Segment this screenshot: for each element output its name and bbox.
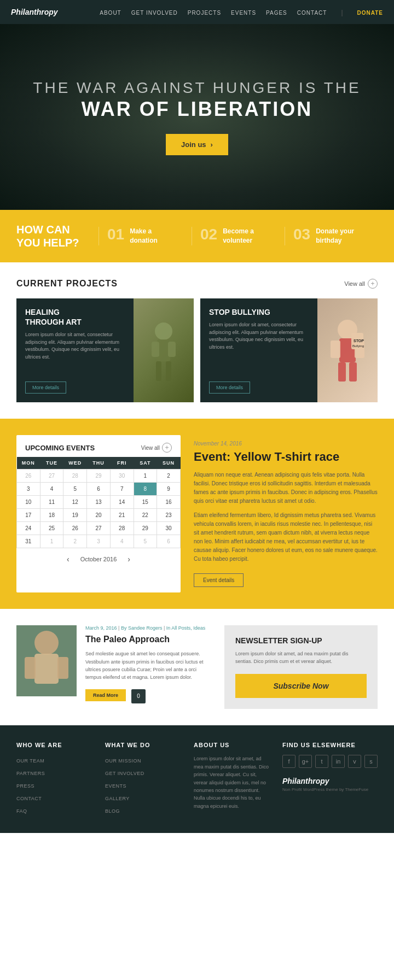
nav-about[interactable]: About xyxy=(100,10,121,16)
nav-donate[interactable]: Donate xyxy=(357,10,383,16)
footer-link-our-team[interactable]: OUR TEAM xyxy=(16,758,44,764)
blog-thumbnail xyxy=(16,625,77,696)
footer-link-blog[interactable]: BLOG xyxy=(105,808,120,814)
help-item-2[interactable]: 02 Become avolunteer xyxy=(192,227,285,245)
nav-projects[interactable]: Projects xyxy=(188,10,221,16)
cal-cell[interactable]: 15 xyxy=(134,496,157,509)
cal-cell[interactable]: 26 xyxy=(63,522,87,535)
project-desc-2: Lorem ipsum dolor sit amet, consectetur … xyxy=(209,321,309,377)
footer-link-get-involved[interactable]: GET INVOLVED xyxy=(105,771,144,776)
cal-cell[interactable]: 3 xyxy=(17,483,40,496)
cal-cell[interactable]: 28 xyxy=(110,522,134,535)
cal-cell[interactable]: 27 xyxy=(40,470,63,483)
project-btn-2[interactable]: More details xyxy=(209,382,250,394)
footer-link-our-mission[interactable]: OUR MISSION xyxy=(105,758,141,764)
cal-cell[interactable]: 20 xyxy=(87,509,111,522)
nav-pages[interactable]: Pages xyxy=(266,10,287,16)
footer-link-gallery[interactable]: GALLERY xyxy=(105,796,130,801)
join-us-button[interactable]: Join us › xyxy=(166,134,228,155)
twitter-icon[interactable]: t xyxy=(315,755,328,768)
projects-view-all[interactable]: View all + xyxy=(344,279,378,289)
nav-get-involved[interactable]: Get Involved xyxy=(131,10,178,16)
cal-cell[interactable]: 24 xyxy=(17,522,40,535)
subscribe-button[interactable]: Subscribe Now xyxy=(235,674,367,698)
footer-link-partners[interactable]: PARTNERS xyxy=(16,771,45,776)
cal-cell[interactable]: 31 xyxy=(17,535,40,548)
cal-cell[interactable]: 23 xyxy=(157,509,181,522)
cal-cell[interactable]: 10 xyxy=(17,496,40,509)
cal-cell[interactable]: 5 xyxy=(63,483,87,496)
cal-cell[interactable]: 4 xyxy=(40,483,63,496)
help-item-1[interactable]: 01 Make adonation xyxy=(99,227,192,245)
hero-btn-arrow: › xyxy=(211,140,213,149)
cal-cell[interactable]: 13 xyxy=(87,496,111,509)
cal-cell[interactable]: 2 xyxy=(63,535,87,548)
cal-cell[interactable]: 6 xyxy=(157,535,181,548)
cal-cell[interactable]: 1 xyxy=(40,535,63,548)
facebook-icon[interactable]: f xyxy=(282,755,296,768)
cal-cell[interactable]: 30 xyxy=(157,522,181,535)
event-desc-2: Etiam eleifend fermentum libero, Id dign… xyxy=(194,511,378,564)
help-text-3: Donate yourbirthday xyxy=(316,227,354,245)
googleplus-icon[interactable]: g+ xyxy=(299,755,312,768)
cal-cell[interactable]: 29 xyxy=(134,522,157,535)
cal-cell[interactable]: 11 xyxy=(40,496,63,509)
svg-rect-5 xyxy=(166,361,171,381)
help-num-3: 03 xyxy=(293,227,310,242)
event-details-button[interactable]: Event details xyxy=(194,573,244,587)
cal-cell[interactable]: 2 xyxy=(157,470,181,483)
cal-cell[interactable]: 19 xyxy=(63,509,87,522)
calendar-table: MON TUE WED THU FRI SAT SUN 26 27 28 29 … xyxy=(16,457,181,548)
cal-cell[interactable]: 1 xyxy=(134,470,157,483)
project-content-1: HEALINGTHROUGH ART Lorem ipsum dolor sit… xyxy=(16,298,134,402)
footer-link-contact[interactable]: CONTACT xyxy=(16,796,42,801)
footer-link-events[interactable]: EVENTS xyxy=(105,783,126,789)
calendar-next[interactable]: › xyxy=(123,554,135,565)
project-btn-1[interactable]: More details xyxy=(25,382,66,394)
cal-cell[interactable]: 18 xyxy=(40,509,63,522)
nav-events[interactable]: Events xyxy=(231,10,256,16)
projects-grid: HEALINGTHROUGH ART Lorem ipsum dolor sit… xyxy=(16,298,378,402)
blog-meta: March 9, 2016 | By Sandee Rogers | In Al… xyxy=(85,625,213,631)
skype-icon[interactable]: s xyxy=(364,755,378,768)
svg-rect-10 xyxy=(338,362,346,382)
cal-cell[interactable]: 17 xyxy=(17,509,40,522)
cal-cell[interactable]: 4 xyxy=(110,535,134,548)
cal-cell[interactable]: 7 xyxy=(110,483,134,496)
svg-rect-19 xyxy=(57,657,68,679)
help-text-1: Make adonation xyxy=(130,227,158,245)
calendar-view-all[interactable]: View all + xyxy=(141,443,172,453)
cal-cell[interactable]: 3 xyxy=(87,535,111,548)
cal-cell[interactable]: 28 xyxy=(63,470,87,483)
cal-cell[interactable]: 12 xyxy=(63,496,87,509)
cal-cell[interactable]: 5 xyxy=(134,535,157,548)
cal-cell[interactable]: 25 xyxy=(40,522,63,535)
cal-cell[interactable]: 27 xyxy=(87,522,111,535)
cal-cell[interactable]: 14 xyxy=(110,496,134,509)
cal-cell[interactable]: 30 xyxy=(110,470,134,483)
cal-cell[interactable]: 21 xyxy=(110,509,134,522)
vimeo-icon[interactable]: v xyxy=(348,755,361,768)
nav-contact[interactable]: Contact xyxy=(297,10,327,16)
cal-cell[interactable]: 26 xyxy=(17,470,40,483)
cal-cell[interactable]: 16 xyxy=(157,496,181,509)
cal-week-3: 10 11 12 13 14 15 16 xyxy=(17,496,181,509)
calendar-prev[interactable]: ‹ xyxy=(62,554,74,565)
help-text-2: Become avolunteer xyxy=(223,227,254,245)
footer-link-press[interactable]: PRESS xyxy=(16,783,34,789)
cal-cell[interactable]: 29 xyxy=(87,470,111,483)
project-card-1: HEALINGTHROUGH ART Lorem ipsum dolor sit… xyxy=(16,298,194,402)
footer-col-find-us: FIND US ELSEWHERE f g+ t in v s Philanth… xyxy=(282,742,378,817)
events-section: UPCOMING EVENTS View all + MON TUE WED T… xyxy=(0,419,394,609)
cal-cell-highlighted[interactable]: 8 xyxy=(134,483,157,496)
read-more-button[interactable]: Read More xyxy=(85,689,126,701)
cal-cell[interactable]: 22 xyxy=(134,509,157,522)
linkedin-icon[interactable]: in xyxy=(332,755,345,768)
cal-cell[interactable]: 6 xyxy=(87,483,111,496)
cal-cell[interactable]: 9 xyxy=(157,483,181,496)
help-item-3[interactable]: 03 Donate yourbirthday xyxy=(285,227,378,245)
footer-social-icons: f g+ t in v s xyxy=(282,755,378,768)
brand-logo[interactable]: Philanthropy xyxy=(11,8,58,16)
footer-link-faq[interactable]: FAQ xyxy=(16,808,27,814)
cal-day-tue: TUE xyxy=(40,457,63,470)
